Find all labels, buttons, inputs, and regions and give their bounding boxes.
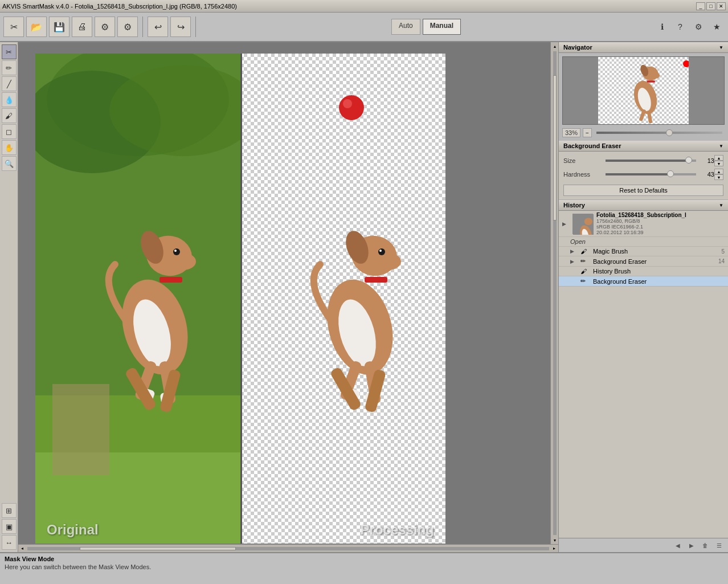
arrow-tool[interactable]: ↔ <box>2 535 17 550</box>
history-bg-eraser-expand[interactable]: ▶ <box>570 259 577 264</box>
magic-brush-count: 5 <box>721 248 725 255</box>
size-increment[interactable]: ▲ <box>714 155 723 161</box>
reset-defaults-button[interactable]: Reset to Defaults <box>563 185 723 196</box>
svg-rect-44 <box>647 80 655 83</box>
redo-button[interactable]: ↪ <box>170 17 191 37</box>
statusbar: Mask View Mode Here you can switch betwe… <box>0 552 728 584</box>
magic-brush-icon: 🖌 <box>580 248 590 255</box>
undo-button[interactable]: ↩ <box>148 17 168 37</box>
history-open-row[interactable]: Open <box>559 237 728 247</box>
bg-eraser2-icon: ✏ <box>580 277 590 285</box>
bg-eraser-header: Background Eraser ▼ <box>559 141 728 152</box>
navigator-content: 33% − <box>559 53 728 141</box>
select-tool[interactable]: ✂ <box>2 44 17 59</box>
info-button[interactable]: ℹ <box>654 19 670 35</box>
settings2-button[interactable]: ⚙ <box>117 17 138 37</box>
vertical-scrollbar[interactable]: ▴ ▾ <box>550 42 558 544</box>
svg-point-42 <box>651 72 660 79</box>
help-button[interactable]: ? <box>672 19 688 35</box>
scroll-thumb-h[interactable] <box>80 547 236 550</box>
svg-point-21 <box>173 248 180 255</box>
history-magic-expand[interactable]: ▶ <box>570 248 577 254</box>
window-controls: _ □ ✕ <box>696 2 726 10</box>
auto-mode-button[interactable]: Auto <box>391 19 420 35</box>
history-row-magic-brush[interactable]: ▶ 🖌 Magic Brush 5 <box>559 247 728 256</box>
brush-tool[interactable]: ✏ <box>2 60 17 75</box>
scroll-up-arrow[interactable]: ▴ <box>551 42 559 50</box>
scroll-left-arrow[interactable]: ◂ <box>18 545 26 553</box>
scroll-down-arrow[interactable]: ▾ <box>551 536 559 544</box>
history-row-bg-eraser[interactable]: ▶ ✏ Background Eraser 14 <box>559 256 728 267</box>
bg-eraser-count: 14 <box>718 258 725 264</box>
history-file-item[interactable]: ▶ Fotolia_15268418_Subscription_l 1756x2… <box>559 211 728 237</box>
processing-image <box>240 54 445 544</box>
size-decrement[interactable]: ▼ <box>714 161 723 166</box>
gear-icon-button[interactable]: ⚙ <box>690 19 706 35</box>
navigator-collapse[interactable]: ▼ <box>719 45 723 50</box>
zoom-tool[interactable]: 🔍 <box>2 156 17 171</box>
scroll-thumb-v[interactable] <box>553 75 557 220</box>
star-button[interactable]: ★ <box>709 19 725 35</box>
eraser-tool[interactable]: ◻ <box>2 124 17 139</box>
size-label: Size <box>563 157 603 164</box>
zoom-minus-button[interactable]: − <box>583 128 592 137</box>
status-description: Here you can switch between the Mask Vie… <box>5 563 723 570</box>
hand-tool[interactable]: ✋ <box>2 140 17 155</box>
horizontal-scrollbar[interactable]: ◂ ▸ <box>18 544 558 552</box>
hardness-label: Hardness <box>563 171 603 178</box>
history-expand-icon[interactable]: ▶ <box>562 221 569 227</box>
svg-point-51 <box>584 218 592 225</box>
history-list-button[interactable]: ☰ <box>713 541 725 550</box>
dropper-tool[interactable]: 💧 <box>2 92 17 107</box>
hardness-increment[interactable]: ▲ <box>714 169 723 174</box>
hardness-row: Hardness 43 ▲ ▼ <box>563 169 723 180</box>
line-tool[interactable]: ╱ <box>2 76 17 91</box>
history-row-bg-eraser-active[interactable]: ✏ Background Eraser <box>559 276 728 287</box>
zoom-slider[interactable] <box>596 132 722 134</box>
paint-tool[interactable]: 🖌 <box>2 108 17 123</box>
history-delete-button[interactable]: 🗑 <box>700 541 711 550</box>
scroll-track-v[interactable] <box>553 51 557 535</box>
maximize-button[interactable]: □ <box>706 2 715 10</box>
svg-point-37 <box>378 248 385 255</box>
open-button[interactable]: 📂 <box>26 17 47 37</box>
print-button[interactable]: 🖨 <box>72 17 92 37</box>
scissors-button[interactable]: ✂ <box>3 17 24 37</box>
minimize-button[interactable]: _ <box>696 2 705 10</box>
manual-mode-button[interactable]: Manual <box>423 19 461 35</box>
zoom-slider-thumb[interactable] <box>666 129 673 136</box>
scroll-track-h[interactable] <box>27 547 549 550</box>
svg-rect-30 <box>365 277 387 283</box>
close-button[interactable]: ✕ <box>717 2 726 10</box>
original-canvas: Original <box>35 54 240 544</box>
navigator-title: Navigator <box>563 44 592 51</box>
settings-button[interactable]: ⚙ <box>95 17 115 37</box>
save-button[interactable]: 💾 <box>49 17 69 37</box>
bg-eraser-collapse[interactable]: ▼ <box>719 144 723 149</box>
history-meta3: 20.02.2012 10:16:39 <box>596 230 725 235</box>
history-meta2: sRGB IEC61966-2.1 <box>596 224 725 230</box>
view-tool[interactable]: ▣ <box>2 519 17 534</box>
zoom-value: 33% <box>562 128 580 137</box>
bg-eraser-content: Size 13 ▲ ▼ Hardness 43 ▲ <box>559 152 728 200</box>
history-filename: Fotolia_15268418_Subscription_l <box>596 212 725 218</box>
main-layout: ✂ ✏ ╱ 💧 🖌 ◻ ✋ 🔍 ⊞ ▣ ↔ <box>0 42 728 552</box>
hardness-decrement[interactable]: ▼ <box>714 174 723 180</box>
bg-eraser2-label: Background Eraser <box>593 278 647 285</box>
zoom-controls: 33% − <box>562 128 725 137</box>
hardness-value: 43 <box>698 171 714 178</box>
separator1 <box>142 17 143 37</box>
history-back-button[interactable]: ◀ <box>672 541 684 550</box>
processing-label: Processing <box>361 522 434 538</box>
canvas-divider[interactable] <box>240 54 242 544</box>
scroll-right-arrow[interactable]: ▸ <box>550 545 558 553</box>
history-row-history-brush[interactable]: 🖌 History Brush <box>559 267 728 276</box>
grid-tool[interactable]: ⊞ <box>2 503 17 518</box>
history-play-button[interactable]: ▶ <box>686 541 697 550</box>
history-collapse[interactable]: ▼ <box>719 203 723 208</box>
hardness-slider-thumb[interactable] <box>667 170 674 177</box>
svg-rect-14 <box>159 277 182 283</box>
size-slider-thumb[interactable] <box>685 157 692 164</box>
hardness-stepper: ▲ ▼ <box>714 169 723 180</box>
bg-eraser-history-icon: ✏ <box>580 258 590 265</box>
